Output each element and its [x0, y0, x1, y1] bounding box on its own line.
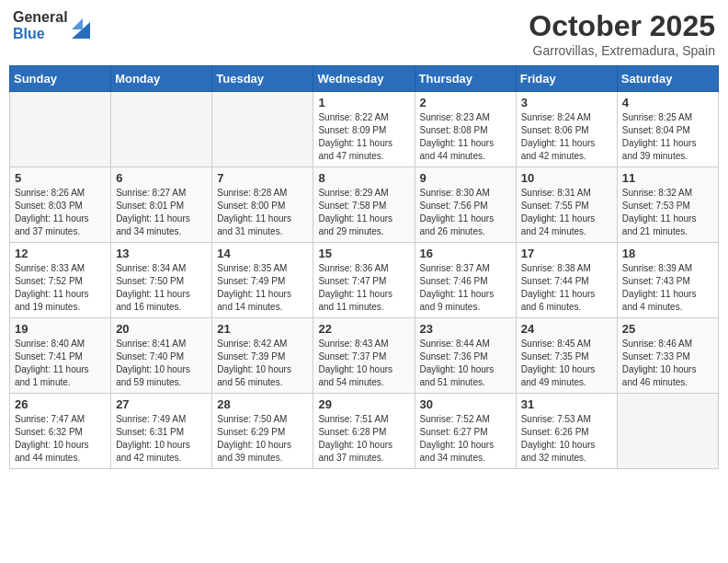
day-info: Sunrise: 8:25 AM Sunset: 8:04 PM Dayligh…	[622, 111, 713, 163]
logo-blue-text: Blue	[13, 26, 68, 42]
weekday-header-tuesday: Tuesday	[212, 66, 313, 92]
logo-general-text: General	[13, 9, 68, 26]
day-number: 10	[521, 171, 612, 185]
day-number: 2	[420, 96, 511, 109]
day-number: 1	[318, 96, 409, 109]
calendar-cell: 25Sunrise: 8:46 AM Sunset: 7:33 PM Dayli…	[617, 318, 718, 394]
day-number: 6	[116, 171, 207, 185]
day-info: Sunrise: 8:46 AM Sunset: 7:33 PM Dayligh…	[622, 338, 713, 389]
week-row-2: 5Sunrise: 8:26 AM Sunset: 8:03 PM Daylig…	[10, 167, 719, 243]
day-number: 27	[116, 397, 207, 411]
day-number: 18	[622, 247, 713, 260]
day-number: 9	[420, 171, 511, 185]
day-number: 8	[318, 171, 409, 185]
week-row-5: 26Sunrise: 7:47 AM Sunset: 6:32 PM Dayli…	[10, 394, 719, 469]
day-info: Sunrise: 8:35 AM Sunset: 7:49 PM Dayligh…	[217, 262, 308, 314]
day-number: 11	[622, 171, 713, 185]
calendar-cell: 18Sunrise: 8:39 AM Sunset: 7:43 PM Dayli…	[617, 243, 718, 318]
day-number: 29	[318, 397, 409, 411]
calendar-cell: 19Sunrise: 8:40 AM Sunset: 7:41 PM Dayli…	[10, 318, 111, 394]
calendar-cell: 27Sunrise: 7:49 AM Sunset: 6:31 PM Dayli…	[111, 394, 212, 469]
calendar-cell: 31Sunrise: 7:53 AM Sunset: 6:26 PM Dayli…	[516, 394, 617, 469]
calendar-cell: 9Sunrise: 8:30 AM Sunset: 7:56 PM Daylig…	[415, 167, 516, 243]
calendar-table: SundayMondayTuesdayWednesdayThursdayFrid…	[9, 65, 719, 469]
day-number: 12	[15, 247, 106, 260]
day-info: Sunrise: 7:47 AM Sunset: 6:32 PM Dayligh…	[15, 413, 106, 465]
week-row-3: 12Sunrise: 8:33 AM Sunset: 7:52 PM Dayli…	[10, 243, 719, 318]
calendar-cell: 23Sunrise: 8:44 AM Sunset: 7:36 PM Dayli…	[415, 318, 516, 394]
day-info: Sunrise: 8:33 AM Sunset: 7:52 PM Dayligh…	[15, 262, 106, 314]
month-title: October 2025	[529, 9, 715, 43]
day-number: 22	[318, 322, 409, 336]
day-number: 24	[521, 322, 612, 336]
day-number: 21	[217, 322, 308, 336]
calendar-cell: 24Sunrise: 8:45 AM Sunset: 7:35 PM Dayli…	[516, 318, 617, 394]
page-header: General Blue October 2025 Garrovillas, E…	[9, 9, 719, 58]
day-info: Sunrise: 8:22 AM Sunset: 8:09 PM Dayligh…	[318, 111, 409, 163]
calendar-cell: 5Sunrise: 8:26 AM Sunset: 8:03 PM Daylig…	[10, 167, 111, 243]
day-info: Sunrise: 8:28 AM Sunset: 8:00 PM Dayligh…	[217, 187, 308, 238]
day-number: 19	[15, 322, 106, 336]
day-info: Sunrise: 7:50 AM Sunset: 6:29 PM Dayligh…	[217, 413, 308, 465]
calendar-cell: 6Sunrise: 8:27 AM Sunset: 8:01 PM Daylig…	[111, 167, 212, 243]
calendar-cell: 22Sunrise: 8:43 AM Sunset: 7:37 PM Dayli…	[313, 318, 415, 394]
weekday-header-saturday: Saturday	[617, 66, 718, 92]
week-row-4: 19Sunrise: 8:40 AM Sunset: 7:41 PM Dayli…	[10, 318, 719, 394]
logo: General Blue	[13, 9, 90, 41]
weekday-header-monday: Monday	[111, 66, 212, 92]
calendar-cell: 11Sunrise: 8:32 AM Sunset: 7:53 PM Dayli…	[617, 167, 718, 243]
day-number: 28	[217, 397, 308, 411]
calendar-cell: 17Sunrise: 8:38 AM Sunset: 7:44 PM Dayli…	[516, 243, 617, 318]
day-number: 23	[420, 322, 511, 336]
day-info: Sunrise: 8:23 AM Sunset: 8:08 PM Dayligh…	[420, 111, 511, 163]
day-info: Sunrise: 8:27 AM Sunset: 8:01 PM Dayligh…	[116, 187, 207, 238]
day-number: 17	[521, 247, 612, 260]
calendar-cell: 26Sunrise: 7:47 AM Sunset: 6:32 PM Dayli…	[10, 394, 111, 469]
calendar-cell	[617, 394, 718, 469]
calendar-cell: 29Sunrise: 7:51 AM Sunset: 6:28 PM Dayli…	[313, 394, 415, 469]
calendar-cell: 16Sunrise: 8:37 AM Sunset: 7:46 PM Dayli…	[415, 243, 516, 318]
calendar-cell: 4Sunrise: 8:25 AM Sunset: 8:04 PM Daylig…	[617, 92, 718, 167]
calendar-cell: 10Sunrise: 8:31 AM Sunset: 7:55 PM Dayli…	[516, 167, 617, 243]
day-info: Sunrise: 8:24 AM Sunset: 8:06 PM Dayligh…	[521, 111, 612, 163]
day-info: Sunrise: 8:43 AM Sunset: 7:37 PM Dayligh…	[318, 338, 409, 389]
day-info: Sunrise: 8:42 AM Sunset: 7:39 PM Dayligh…	[217, 338, 308, 389]
day-number: 14	[217, 247, 308, 260]
calendar-cell: 3Sunrise: 8:24 AM Sunset: 8:06 PM Daylig…	[516, 92, 617, 167]
day-info: Sunrise: 8:44 AM Sunset: 7:36 PM Dayligh…	[420, 338, 511, 389]
weekday-header-thursday: Thursday	[415, 66, 516, 92]
day-info: Sunrise: 8:36 AM Sunset: 7:47 PM Dayligh…	[318, 262, 409, 314]
day-number: 16	[420, 247, 511, 260]
day-info: Sunrise: 8:29 AM Sunset: 7:58 PM Dayligh…	[318, 187, 409, 238]
day-info: Sunrise: 7:52 AM Sunset: 6:27 PM Dayligh…	[420, 413, 511, 465]
calendar-cell	[111, 92, 212, 167]
day-info: Sunrise: 8:41 AM Sunset: 7:40 PM Dayligh…	[116, 338, 207, 389]
day-number: 7	[217, 171, 308, 185]
calendar-cell: 8Sunrise: 8:29 AM Sunset: 7:58 PM Daylig…	[313, 167, 415, 243]
day-info: Sunrise: 8:32 AM Sunset: 7:53 PM Dayligh…	[622, 187, 713, 238]
day-info: Sunrise: 8:40 AM Sunset: 7:41 PM Dayligh…	[15, 338, 106, 389]
day-number: 26	[15, 397, 106, 411]
day-info: Sunrise: 8:45 AM Sunset: 7:35 PM Dayligh…	[521, 338, 612, 389]
calendar-cell: 30Sunrise: 7:52 AM Sunset: 6:27 PM Dayli…	[415, 394, 516, 469]
day-info: Sunrise: 8:30 AM Sunset: 7:56 PM Dayligh…	[420, 187, 511, 238]
calendar-cell: 12Sunrise: 8:33 AM Sunset: 7:52 PM Dayli…	[10, 243, 111, 318]
day-number: 3	[521, 96, 612, 109]
calendar-cell: 28Sunrise: 7:50 AM Sunset: 6:29 PM Dayli…	[212, 394, 313, 469]
weekday-header-row: SundayMondayTuesdayWednesdayThursdayFrid…	[10, 66, 719, 92]
calendar-cell: 2Sunrise: 8:23 AM Sunset: 8:08 PM Daylig…	[415, 92, 516, 167]
logo-icon	[72, 13, 90, 39]
calendar-cell: 21Sunrise: 8:42 AM Sunset: 7:39 PM Dayli…	[212, 318, 313, 394]
day-number: 13	[116, 247, 207, 260]
day-number: 4	[622, 96, 713, 109]
day-number: 25	[622, 322, 713, 336]
day-info: Sunrise: 8:38 AM Sunset: 7:44 PM Dayligh…	[521, 262, 612, 314]
day-number: 30	[420, 397, 511, 411]
day-info: Sunrise: 8:39 AM Sunset: 7:43 PM Dayligh…	[622, 262, 713, 314]
day-number: 5	[15, 171, 106, 185]
calendar-cell: 20Sunrise: 8:41 AM Sunset: 7:40 PM Dayli…	[111, 318, 212, 394]
week-row-1: 1Sunrise: 8:22 AM Sunset: 8:09 PM Daylig…	[10, 92, 719, 167]
day-info: Sunrise: 8:26 AM Sunset: 8:03 PM Dayligh…	[15, 187, 106, 238]
calendar-cell	[212, 92, 313, 167]
title-section: October 2025 Garrovillas, Extremadura, S…	[529, 9, 715, 58]
